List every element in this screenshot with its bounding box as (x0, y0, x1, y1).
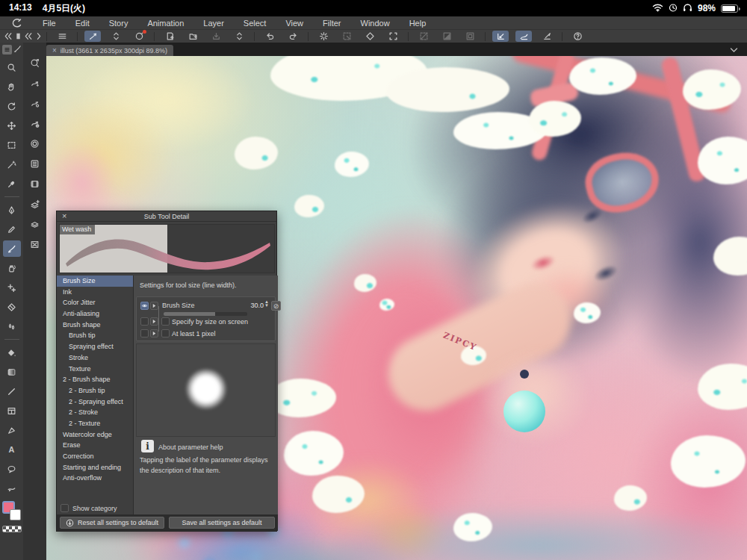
snap-special-icon[interactable] (515, 31, 532, 42)
collapse-left-icon[interactable] (23, 31, 34, 42)
menu-item-filter[interactable]: Filter (313, 19, 350, 28)
category-item-2-spraying-effect[interactable]: 2 - Spraying effect (57, 396, 133, 408)
tool-airbrush-icon[interactable] (3, 258, 21, 278)
tool-zoom-icon[interactable] (3, 57, 21, 77)
transparent-color-swatch[interactable] (2, 526, 22, 532)
category-item-brush-tip[interactable]: Brush tip (57, 330, 133, 341)
transform-brush-icon[interactable] (84, 31, 101, 42)
collapse-left-icon[interactable] (3, 31, 13, 42)
menu-item-edit[interactable]: Edit (66, 19, 99, 28)
menu-item-animation[interactable]: Animation (137, 19, 193, 28)
menu-item-help[interactable]: Help (400, 19, 436, 28)
tool-move-icon[interactable] (3, 116, 21, 135)
tool-pencil-icon[interactable] (3, 220, 21, 239)
min-pixel-label[interactable]: At least 1 pixel (172, 330, 216, 337)
category-item-texture[interactable]: Texture (57, 364, 133, 375)
tool-eyedropper-icon[interactable] (3, 174, 21, 193)
menu-lines-icon[interactable] (54, 31, 70, 42)
redo-icon[interactable] (285, 31, 301, 42)
tool-gradient-icon[interactable] (3, 362, 21, 382)
category-item-stroke[interactable]: Stroke (57, 352, 133, 364)
min-pixel-checkbox[interactable] (161, 329, 170, 337)
sparkle-icon[interactable] (315, 31, 332, 42)
screen-size-checkbox[interactable] (161, 317, 170, 326)
crop-frame-icon[interactable] (385, 31, 401, 42)
dialog-titlebar[interactable]: × Sub Tool Detail (57, 211, 276, 222)
dynamics-button[interactable]: ⊘ (271, 301, 281, 311)
category-item-spraying-effect[interactable]: Spraying effect (57, 341, 133, 352)
clear-eraser-icon[interactable] (362, 31, 378, 42)
category-item-erase[interactable]: Erase (57, 440, 133, 451)
brush-size-slider[interactable] (164, 312, 247, 316)
category-item-anti-aliasing[interactable]: Anti-aliasing (57, 308, 133, 320)
tool-hand-icon[interactable] (3, 77, 21, 96)
tool-frame-icon[interactable] (3, 401, 21, 420)
document-tab[interactable]: × illust (3661 x 2635px 300dpi 89.8%) (46, 45, 173, 56)
tool-eraser-icon[interactable] (3, 297, 21, 317)
tool-wand-icon[interactable] (3, 155, 21, 174)
category-item-2-brush-shape[interactable]: 2 - Brush shape (57, 374, 133, 385)
eye-toggle-empty[interactable] (140, 329, 149, 337)
tool-preset-brush-icon[interactable] (13, 43, 22, 56)
tool-pen-icon[interactable] (3, 200, 21, 220)
menu-item-layer[interactable]: Layer (193, 19, 234, 28)
command-curve-arrow-2-icon[interactable] (26, 93, 44, 113)
category-item-anti-overflow[interactable]: Anti-overflow (57, 473, 133, 484)
save-all-button[interactable]: Save all settings as default (169, 517, 275, 529)
tool-brush-icon[interactable] (3, 240, 21, 257)
param-label[interactable]: Brush Size (162, 302, 195, 309)
background-color-swatch[interactable] (10, 509, 21, 520)
tool-select-icon[interactable] (3, 135, 21, 155)
tool-text-icon[interactable]: A (3, 440, 21, 459)
menu-item-file[interactable]: File (33, 19, 66, 28)
tool-decoration-icon[interactable] (3, 278, 21, 297)
stepper-icon[interactable]: ▲▼ (264, 300, 269, 308)
expand-arrow-button[interactable] (150, 317, 158, 326)
command-layers-icon[interactable] (26, 214, 44, 234)
category-item-2-stroke[interactable]: 2 - Stroke (57, 407, 133, 418)
updown-chevrons-icon[interactable] (231, 31, 247, 42)
new-canvas-icon[interactable] (161, 31, 178, 42)
tool-polyline-icon[interactable] (3, 420, 21, 440)
command-film-strip-icon[interactable] (26, 174, 44, 193)
command-panel-grid-icon[interactable] (26, 154, 44, 173)
category-item-color-jitter[interactable]: Color Jitter (57, 297, 133, 308)
expand-arrow-button[interactable] (150, 329, 158, 337)
csp-logo-icon[interactable] (131, 31, 147, 42)
category-item-correction[interactable]: Correction (57, 451, 133, 462)
reset-all-button[interactable]: Reset all settings to default (60, 517, 164, 529)
category-item-2-texture[interactable]: 2 - Texture (57, 418, 133, 429)
tool-blend-icon[interactable] (3, 317, 21, 336)
tool-correct-line-icon[interactable] (3, 479, 21, 498)
category-item-2-brush-tip[interactable]: 2 - Brush tip (57, 385, 133, 396)
snap-guide-icon[interactable] (539, 31, 555, 42)
category-item-brush-size[interactable]: Brush Size (57, 276, 133, 287)
command-new-layer-icon[interactable] (26, 194, 44, 214)
undo-icon[interactable] (261, 31, 278, 42)
updown-chevrons-icon[interactable] (108, 31, 124, 42)
tool-rotate-icon[interactable] (3, 96, 21, 116)
menu-item-story[interactable]: Story (99, 19, 138, 28)
category-item-starting-and-ending[interactable]: Starting and ending (57, 462, 133, 473)
expand-arrow-button[interactable] (150, 302, 158, 310)
category-item-brush-shape[interactable]: Brush shape (57, 320, 133, 331)
command-circle-outline-icon[interactable] (26, 134, 44, 153)
chevron-right-icon[interactable] (34, 31, 44, 42)
screen-size-label[interactable]: Specify by size on screen (172, 318, 248, 326)
chevron-down-icon[interactable] (730, 43, 738, 56)
command-delete-box-icon[interactable] (26, 234, 44, 254)
color-swatches[interactable] (1, 501, 22, 523)
open-folder-icon[interactable] (185, 31, 201, 42)
menu-item-window[interactable]: Window (351, 19, 400, 28)
tool-fill-icon[interactable] (3, 343, 21, 362)
tool-menu-icon[interactable] (2, 45, 12, 55)
tab-close-icon[interactable]: × (52, 47, 57, 55)
tool-figure-icon[interactable] (3, 382, 21, 401)
help-icon[interactable] (569, 31, 586, 42)
param-value[interactable]: 30.0 (232, 302, 264, 309)
command-curve-arrow-3-icon[interactable] (26, 113, 44, 133)
panel-box-icon[interactable] (13, 31, 24, 42)
eye-toggle-empty[interactable] (140, 317, 149, 326)
command-curve-arrow-1-icon[interactable] (26, 73, 44, 93)
snap-ruler-icon[interactable] (492, 31, 509, 42)
